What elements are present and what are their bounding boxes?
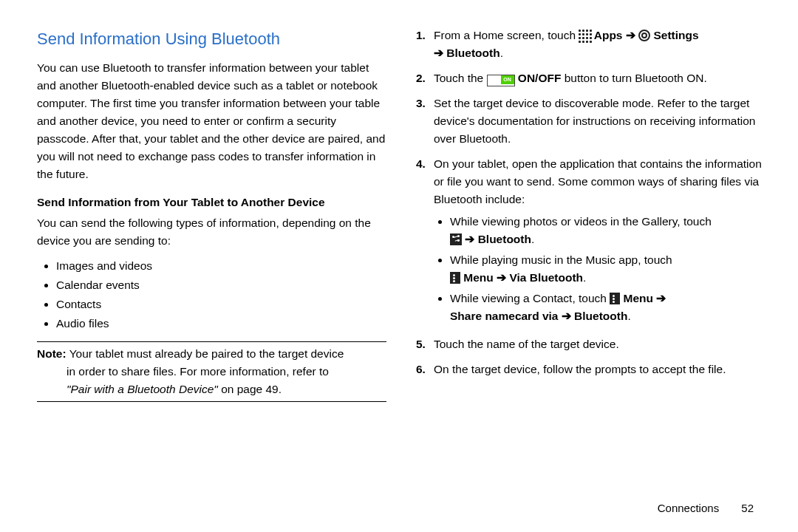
step-number: 5. [416,335,434,353]
note-text: in order to share files. For more inform… [66,365,329,378]
list-item: Images and videos [56,257,386,275]
list-item: While viewing photos or videos in the Ga… [450,213,765,248]
gear-icon [638,30,650,41]
sub-text: While viewing a Contact, touch [450,292,610,304]
divider [37,341,386,342]
arrow-icon: ➔ [626,29,635,41]
step-body: Touch the name of the target device. [434,335,765,353]
sharing-ways-list: While viewing photos or videos in the Ga… [434,213,765,325]
step-item: 5. Touch the name of the target device. [416,335,765,353]
left-column: Send Information Using Bluetooth You can… [37,27,386,411]
step-item: 3. Set the target device to discoverable… [416,95,765,148]
steps-list: 1. From a Home screen, touch Apps ➔ Sett… [416,27,765,378]
section-heading: Send Information Using Bluetooth [37,27,386,52]
sub-text: While viewing photos or videos in the Ga… [450,215,712,228]
settings-label: Settings [653,29,698,41]
list-item: While playing music in the Music app, to… [450,251,765,287]
note-block: Note: Your tablet must already be paired… [37,341,386,402]
list-item: Calendar events [56,276,386,294]
info-types-list: Images and videos Calendar events Contac… [37,257,386,332]
arrow-icon: ➔ [656,292,666,304]
on-off-toggle-icon: ON [487,75,515,86]
note-text: Your tablet must already be paired to th… [66,347,344,360]
menu-icon [610,293,620,304]
page-content: Send Information Using Bluetooth You can… [0,0,798,411]
onoff-label: ON/OFF [518,72,562,84]
share-namecard-label: Share namecard via [450,310,562,322]
step-body: Touch the ON ON/OFF button to turn Bluet… [434,69,765,87]
list-item: Audio files [56,315,386,332]
list-item: Contacts [56,296,386,313]
note-indent: in order to share files. For more inform… [37,363,386,398]
step-number: 6. [416,361,434,378]
step-text: Touch the [434,72,487,84]
bluetooth-label: Bluetooth [446,47,499,59]
page-footer: Connections 52 [658,502,754,514]
footer-section: Connections [658,502,719,514]
step-item: 2. Touch the ON ON/OFF button to turn Bl… [416,69,765,87]
apps-label: Apps [594,29,626,41]
menu-label: Menu [463,271,497,284]
bluetooth-label: Bluetooth [478,233,531,245]
arrow-icon: ➔ [562,310,571,322]
youcan-paragraph: You can send the following types of info… [37,214,386,250]
step-item: 4. On your tablet, open the application … [416,155,765,328]
sub-text: While playing music in the Music app, to… [450,253,672,266]
step-number: 1. [416,27,434,62]
share-icon [450,233,462,245]
note-label: Note: [37,347,66,360]
right-column: 1. From a Home screen, touch Apps ➔ Sett… [416,27,765,411]
bluetooth-label: Bluetooth [574,310,627,322]
step-number: 4. [416,155,434,328]
divider [37,401,386,402]
step-body: On your tablet, open the application tha… [434,155,765,328]
intro-paragraph: You can use Bluetooth to transfer inform… [37,59,386,183]
step-body: On the target device, follow the prompts… [434,361,765,378]
arrow-icon: ➔ [465,233,474,245]
step-body: From a Home screen, touch Apps ➔ Setting… [434,27,765,62]
step-text: From a Home screen, touch [434,29,579,41]
menu-icon [450,272,460,284]
step-item: 6. On the target device, follow the prom… [416,361,765,378]
step-text: button to turn Bluetooth ON. [561,72,706,84]
arrow-icon: ➔ [497,271,506,284]
menu-label: Menu [624,292,657,304]
footer-page-number: 52 [741,502,754,514]
note-page: on page 49. [218,383,282,395]
step-body: Set the target device to discoverable mo… [434,95,765,148]
via-bluetooth-label: Via Bluetooth [509,271,583,284]
list-item: While viewing a Contact, touch Menu ➔ Sh… [450,290,765,325]
step-text: On your tablet, open the application tha… [434,157,762,205]
subheading: Send Information from Your Tablet to Ano… [37,194,386,211]
note-link: "Pair with a Bluetooth Device" [66,383,218,395]
step-number: 2. [416,69,434,87]
step-number: 3. [416,95,434,148]
step-item: 1. From a Home screen, touch Apps ➔ Sett… [416,27,765,62]
arrow-icon: ➔ [434,47,443,59]
toggle-on-label: ON [501,75,514,84]
apps-grid-icon [579,30,590,41]
